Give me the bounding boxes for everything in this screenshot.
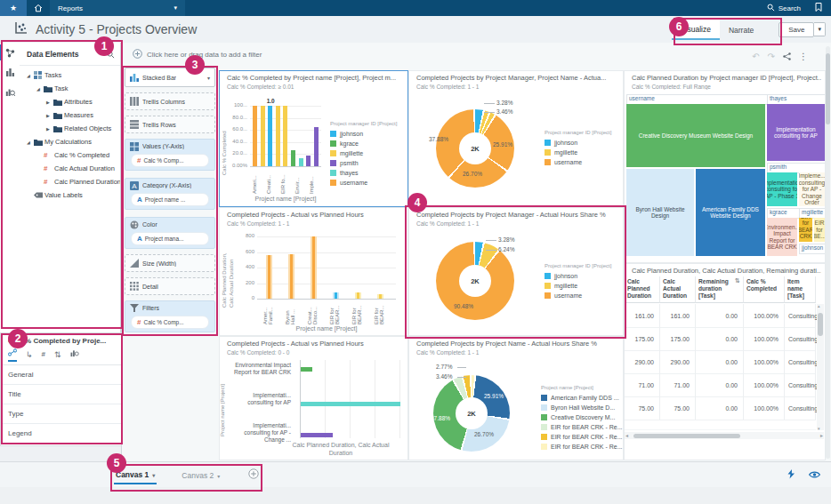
legend-item[interactable]: psmith (330, 158, 397, 168)
table-row[interactable]: 161.00161.000.00100.00%Consulting (625, 304, 816, 328)
rail-explore-button[interactable] (0, 82, 20, 101)
table-header-cell[interactable]: Item name [Task] (785, 276, 816, 303)
show-hide-icon[interactable] (809, 467, 820, 483)
table-row[interactable]: 75.0075.000.00100.00%Consulting (625, 396, 816, 420)
builder-zone-values-y-axis-[interactable]: Values (Y-Axis)#Calc % Comp... (125, 139, 215, 171)
builder-zone-size-width-[interactable]: Size (Width) (125, 254, 215, 272)
kebab-menu-icon[interactable]: ⋮ (799, 52, 808, 61)
bar[interactable] (276, 106, 280, 166)
zone-pill[interactable]: #Calc % Comp... (131, 316, 209, 329)
bar[interactable] (283, 106, 287, 166)
table-vscrollbar[interactable]: ▴▾ (817, 304, 824, 430)
bar[interactable] (261, 106, 265, 166)
bar[interactable] (314, 127, 319, 166)
bar[interactable] (335, 292, 337, 299)
builder-zone-category-x-axis-[interactable]: ACategory (X-Axis)AProject name ... (125, 178, 215, 210)
table-row[interactable]: 290.00290.000.00100.00%Consulting (625, 350, 816, 374)
chart-tile-donut-manager-share[interactable]: Completed Projects by Project Manager - … (408, 207, 624, 336)
bar[interactable] (379, 294, 382, 299)
table-row[interactable]: 71.0071.000.00100.00%Consulting (625, 373, 816, 397)
treemap-cell[interactable]: EIR for BE... (814, 218, 825, 242)
chart-tile-calc-completed-bar[interactable]: Calc % Completed by Project name [Projec… (219, 70, 408, 207)
treemap-cell[interactable]: American Family DDS Website Design (696, 169, 765, 256)
search-button[interactable]: Search (767, 4, 801, 13)
sort-icon[interactable]: ⇅ (735, 277, 740, 284)
legend-item[interactable]: username (545, 157, 611, 167)
tree-item-calc-planned-duration[interactable]: #Calc Planned Duration (20, 175, 120, 188)
legend-item[interactable]: EIR for BEAR CRK - Re... (541, 422, 623, 432)
bar[interactable] (290, 254, 293, 299)
tree-item-calc-completed[interactable]: #Calc % Completed (20, 148, 120, 162)
builder-zone-color[interactable]: ColorAProject mana... (125, 217, 215, 249)
canvas-scrollbar[interactable] (826, 46, 830, 459)
props-section-general[interactable]: General (1, 365, 121, 385)
props-section-legend[interactable]: Legend (1, 424, 121, 444)
bar[interactable] (268, 106, 272, 166)
tab-narrate[interactable]: Narrate (720, 20, 762, 39)
scroll-left-arrow[interactable]: ◂ (625, 432, 628, 438)
bar[interactable] (268, 255, 270, 299)
zone-pill[interactable]: #Calc % Comp... (131, 154, 209, 167)
builder-zone-trellis-rows[interactable]: Trellis Rows (125, 116, 215, 133)
legend-item[interactable]: jjohnson (545, 271, 611, 281)
treemap-cell[interactable]: Environmen... Impact Report for BEAR CRK (767, 218, 797, 256)
tree-item-calc-actual-duration[interactable]: #Calc Actual Duration (20, 162, 120, 175)
tree-item-attributes[interactable]: ▶Attributes (20, 95, 120, 108)
props-tab-sort[interactable]: ⇅ (54, 350, 61, 361)
undo-icon[interactable]: ↶ (752, 52, 759, 61)
bar[interactable] (306, 156, 311, 166)
save-menu-caret[interactable]: ▾ (814, 22, 826, 36)
builder-zone-trellis-columns[interactable]: Trellis Columns (125, 92, 215, 110)
props-section-title[interactable]: Title (1, 385, 121, 404)
chart-tile-actual-vs-planned-bar[interactable]: Completed Projects - Actual vs Planned H… (219, 207, 408, 336)
bookmark-icon[interactable] (815, 3, 822, 13)
hscroll-thumb[interactable] (633, 434, 740, 438)
legend-item[interactable]: jjohnson (545, 138, 611, 148)
legend-item[interactable]: EIR for BEAR CRK - Re... (541, 432, 623, 442)
chart-tile-donut-project-share[interactable]: Completed Projects by Project Name - Act… (408, 336, 624, 460)
tree-expander-icon[interactable]: ◢ (36, 86, 44, 92)
reports-menu[interactable]: Reports ▾ (50, 0, 185, 16)
scroll-up-arrow[interactable]: ▴ (818, 303, 820, 308)
props-tab-analysis[interactable] (70, 349, 79, 361)
legend-item[interactable]: username (330, 178, 397, 188)
props-tab-axis[interactable]: ↳ (26, 350, 33, 361)
bar[interactable] (312, 236, 315, 299)
tree-expander-icon[interactable]: ▶ (46, 113, 53, 118)
legend-item[interactable]: mgillette (330, 148, 397, 158)
favorites-button[interactable]: ★ (0, 0, 27, 16)
bar[interactable] (291, 150, 295, 166)
tree-expander-icon[interactable]: ▶ (46, 126, 53, 132)
rail-objects-button[interactable] (0, 43, 20, 62)
legend-item[interactable]: username (545, 291, 611, 300)
legend-item[interactable]: Byron Hall Website D... (541, 403, 623, 412)
redo-icon[interactable]: ↷ (768, 52, 775, 61)
table-header-cell[interactable]: Calc Planned Duration (625, 276, 660, 303)
table-header-cell[interactable]: Calc % Completed (744, 276, 785, 303)
tree-expander-icon[interactable]: ◢ (27, 140, 34, 145)
bar[interactable] (301, 367, 312, 372)
tab-canvas-2[interactable]: Canvas 2 ▾ (180, 466, 222, 484)
legend-item[interactable]: jjohnson (330, 129, 397, 139)
tree-item-value-labels[interactable]: Value Labels (20, 188, 120, 202)
tree-item-measures[interactable]: ▶Measures (20, 108, 120, 122)
bar[interactable] (357, 292, 359, 299)
scroll-down-arrow[interactable]: ▾ (818, 426, 820, 431)
bar[interactable] (301, 402, 400, 406)
treemap-cell[interactable]: Creative Discovery Museum Website Design (626, 104, 765, 167)
legend-item[interactable]: kgrace (330, 139, 397, 148)
bar[interactable] (299, 158, 303, 166)
zone-pill[interactable]: AProject name ... (131, 193, 209, 206)
legend-item[interactable]: mgillette (545, 148, 611, 157)
legend-item[interactable]: American Family DDS ... (541, 393, 623, 403)
builder-zone-detail[interactable]: Detail (125, 277, 215, 295)
treemap-cell[interactable]: Impleme... consulting for AP - Change Or… (799, 172, 825, 206)
zone-pill[interactable]: AProject mana... (131, 232, 209, 245)
treemap-group-header[interactable]: jjohnson (799, 244, 825, 254)
home-button[interactable] (27, 0, 50, 16)
tree-expander-icon[interactable]: ◢ (27, 73, 34, 78)
table-row[interactable]: 175.00175.000.00100.00%Consulting (625, 327, 816, 351)
tree-item-tasks[interactable]: ◢Tasks (20, 68, 120, 82)
canvas-scrollbar-thumb[interactable] (826, 53, 830, 124)
treemap-cell[interactable]: EIR for BEAR CRK ... (799, 218, 812, 242)
